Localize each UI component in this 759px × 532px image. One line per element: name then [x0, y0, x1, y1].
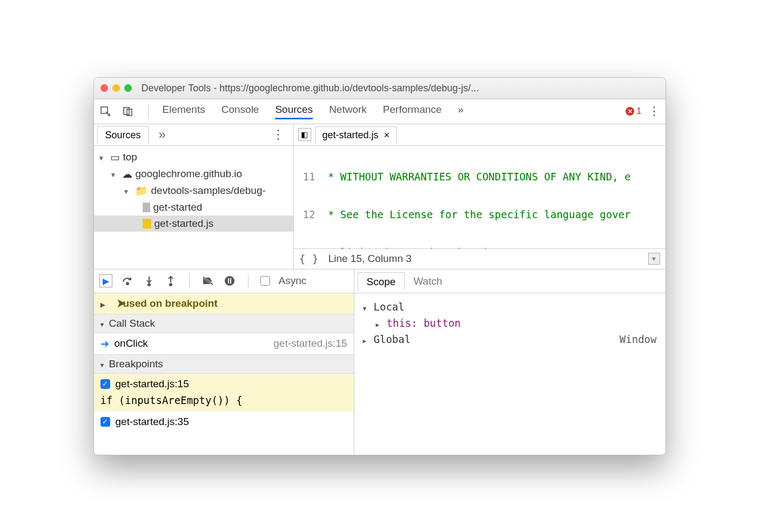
zoom-window-icon[interactable]	[124, 84, 132, 92]
step-out-icon[interactable]	[164, 274, 177, 287]
divider	[248, 274, 248, 288]
device-toggle-icon[interactable]	[122, 105, 134, 117]
breakpoint-code: if (inputsAreEmpty()) {	[94, 394, 354, 412]
tab-performance[interactable]: Performance	[383, 104, 442, 119]
navigator-pane: Sources » ⋮ ▭top ☁googlechrome.github.io…	[94, 124, 294, 269]
debugger-toolbar: ▶ Async	[94, 270, 354, 293]
editor-tab[interactable]: get-started.js×	[315, 126, 397, 144]
current-frame-icon: ➔	[100, 338, 109, 350]
debugger-row: ▶ Async used on breakpoint ➤ Call Stack …	[94, 269, 666, 455]
editor-tabs: ◧ get-started.js×	[294, 124, 666, 146]
callstack-frame[interactable]: ➔ onClick get-started.js:15	[94, 333, 354, 354]
svg-rect-11	[228, 278, 229, 284]
breakpoint-row[interactable]: ✓get-started.js:15	[94, 374, 354, 394]
breakpoint-checkbox[interactable]: ✓	[100, 379, 110, 389]
navigator-overflow[interactable]: »	[159, 127, 166, 142]
source-text[interactable]: * WITHOUT WARRANTIES OR CONDITIONS OF AN…	[319, 146, 666, 248]
panel-tabs: Elements Console Sources Network Perform…	[163, 104, 464, 119]
tree-folder[interactable]: 📁devtools-samples/debug-	[94, 183, 293, 199]
scope-body[interactable]: Local this: button GlobalWindow	[354, 293, 666, 353]
code-editor[interactable]: 11 12 13 14 15 16 17 * WITHOUT WARRANTIE…	[294, 146, 666, 248]
tab-console[interactable]: Console	[221, 104, 259, 119]
async-checkbox[interactable]	[260, 276, 270, 286]
scope-global[interactable]: GlobalWindow	[363, 331, 657, 347]
svg-rect-12	[230, 278, 231, 284]
file-tree[interactable]: ▭top ☁googlechrome.github.io 📁devtools-s…	[94, 146, 293, 269]
paused-message[interactable]: used on breakpoint ➤	[94, 293, 354, 314]
titlebar[interactable]: Developer Tools - https://googlechrome.g…	[94, 78, 666, 99]
navigator-tabs: Sources » ⋮	[94, 124, 293, 146]
deactivate-breakpoints-icon[interactable]	[201, 274, 214, 287]
statusbar-dropdown-icon[interactable]: ▼	[648, 253, 660, 265]
cloud-icon: ☁	[122, 168, 132, 180]
scope-this[interactable]: this: button	[363, 315, 657, 331]
main-row: Sources » ⋮ ▭top ☁googlechrome.github.io…	[94, 124, 666, 269]
divider	[189, 274, 190, 288]
tree-file-html[interactable]: get-started	[94, 199, 293, 216]
step-over-icon[interactable]	[121, 274, 134, 287]
breakpoint-row[interactable]: ✓get-started.js:35	[94, 412, 354, 432]
svg-point-7	[170, 284, 172, 286]
frame-icon: ▭	[110, 151, 120, 164]
navigator-tab-sources[interactable]: Sources	[97, 126, 149, 144]
async-label: Async	[279, 275, 307, 287]
show-navigator-icon[interactable]: ◧	[298, 128, 311, 141]
breakpoint-checkbox[interactable]: ✓	[100, 417, 110, 427]
svg-rect-1	[124, 107, 129, 115]
tab-scope[interactable]: Scope	[358, 272, 405, 291]
step-into-icon[interactable]	[143, 274, 156, 287]
error-icon: ✕	[626, 107, 634, 116]
tab-sources[interactable]: Sources	[275, 104, 313, 119]
tree-top[interactable]: ▭top	[94, 149, 293, 166]
inspect-icon[interactable]	[99, 105, 111, 117]
pause-exceptions-icon[interactable]	[223, 274, 236, 287]
expand-icon[interactable]	[100, 298, 107, 309]
debugger-left: ▶ Async used on breakpoint ➤ Call Stack …	[94, 270, 354, 455]
svg-point-10	[225, 276, 234, 286]
close-window-icon[interactable]	[100, 84, 108, 92]
resume-icon[interactable]: ▶	[99, 274, 112, 287]
svg-point-5	[148, 284, 150, 286]
window-title: Developer Tools - https://googlechrome.g…	[142, 83, 479, 94]
scope-local[interactable]: Local	[363, 299, 657, 315]
tab-network[interactable]: Network	[329, 104, 367, 119]
navigator-menu-icon[interactable]: ⋮	[272, 127, 285, 142]
divider	[148, 104, 149, 118]
error-count[interactable]: ✕1	[626, 106, 641, 117]
editor-pane: ◧ get-started.js× 11 12 13 14 15 16 17 *…	[294, 124, 666, 269]
devtools-window: Developer Tools - https://googlechrome.g…	[93, 77, 666, 455]
js-file-icon	[143, 219, 151, 228]
scope-tabs: Scope Watch	[354, 270, 666, 293]
svg-point-3	[126, 282, 129, 285]
tab-watch[interactable]: Watch	[405, 272, 451, 291]
tab-elements[interactable]: Elements	[163, 104, 205, 119]
main-toolbar: Elements Console Sources Network Perform…	[94, 99, 666, 124]
close-tab-icon[interactable]: ×	[384, 130, 390, 141]
editor-statusbar: { } Line 15, Column 3 ▼	[294, 248, 666, 269]
document-icon	[143, 203, 150, 212]
menu-icon[interactable]: ⋮	[648, 104, 660, 118]
minimize-window-icon[interactable]	[112, 84, 120, 92]
tabs-overflow[interactable]: »	[458, 104, 464, 119]
callstack-header[interactable]: Call Stack	[94, 314, 354, 333]
line-gutter[interactable]: 11 12 13 14 15 16 17	[294, 146, 319, 248]
tree-file-js[interactable]: get-started.js	[94, 216, 293, 232]
toolbar-right: ✕1 ⋮	[626, 104, 660, 118]
pretty-print-icon[interactable]: { }	[299, 252, 319, 265]
breakpoints-header[interactable]: Breakpoints	[94, 354, 354, 374]
scope-pane: Scope Watch Local this: button GlobalWin…	[354, 270, 666, 455]
tree-domain[interactable]: ☁googlechrome.github.io	[94, 166, 293, 183]
traffic-lights	[100, 84, 132, 92]
folder-icon: 📁	[135, 185, 148, 197]
cursor-position: Line 15, Column 3	[328, 253, 412, 265]
